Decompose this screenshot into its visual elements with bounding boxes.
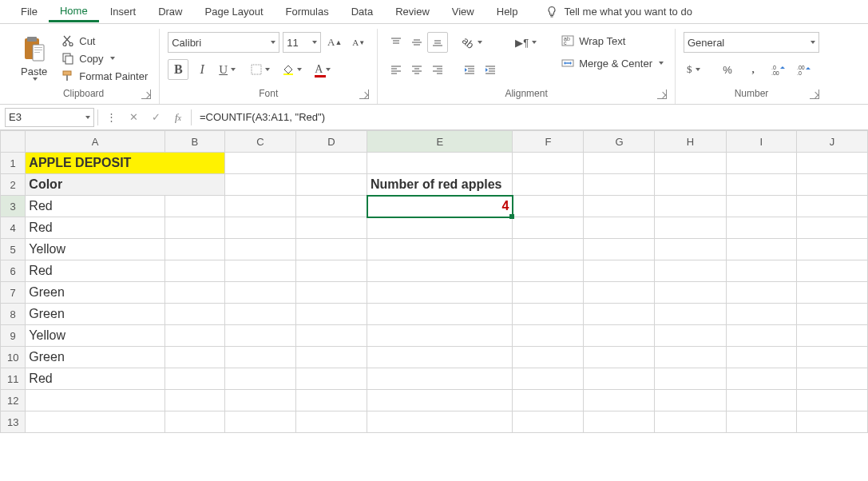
decrease-font-button[interactable]: A▼	[348, 32, 369, 53]
decrease-indent-button[interactable]	[459, 59, 480, 80]
decrease-decimal-button[interactable]: .00.0	[794, 59, 814, 80]
cell[interactable]	[513, 411, 584, 433]
cell[interactable]	[513, 260, 584, 282]
cell[interactable]	[584, 368, 655, 390]
cell[interactable]	[797, 304, 868, 325]
cell[interactable]	[726, 174, 797, 196]
cell[interactable]	[584, 239, 655, 260]
col-header-G[interactable]: G	[584, 131, 655, 153]
col-header-H[interactable]: H	[655, 131, 726, 153]
cell[interactable]	[797, 390, 868, 411]
cell[interactable]	[726, 411, 797, 433]
cell[interactable]	[655, 174, 726, 196]
align-middle-button[interactable]	[406, 32, 427, 53]
cell[interactable]	[224, 304, 295, 325]
cell[interactable]	[224, 260, 295, 282]
cell-A4[interactable]: Red	[26, 217, 164, 239]
tab-view[interactable]: View	[441, 2, 486, 21]
cell[interactable]	[584, 282, 655, 304]
cell[interactable]	[367, 153, 513, 174]
number-format-select[interactable]: General	[684, 32, 819, 53]
col-header-B[interactable]: B	[164, 131, 224, 153]
cell[interactable]	[655, 282, 726, 304]
paste-button[interactable]: Paste	[16, 32, 52, 84]
cell-A10[interactable]: Green	[26, 347, 164, 368]
cell[interactable]	[224, 174, 295, 196]
cell[interactable]	[797, 217, 868, 239]
cell[interactable]	[295, 390, 367, 411]
cell[interactable]	[224, 153, 295, 174]
row-header-13[interactable]: 13	[1, 411, 26, 433]
cell[interactable]	[295, 260, 367, 282]
dialog-launcher-icon[interactable]	[657, 89, 667, 99]
cell[interactable]	[584, 174, 655, 196]
cell[interactable]	[224, 196, 295, 217]
cell[interactable]	[584, 325, 655, 347]
cell[interactable]	[584, 217, 655, 239]
col-header-C[interactable]: C	[224, 131, 295, 153]
formula-cancel-button[interactable]: ✕	[122, 111, 145, 123]
cell[interactable]	[513, 174, 584, 196]
cut-button[interactable]: Cut	[58, 32, 151, 50]
cell-E3[interactable]: 4	[367, 196, 513, 217]
cell[interactable]	[295, 368, 367, 390]
cell[interactable]	[797, 325, 868, 347]
row-header-9[interactable]: 9	[1, 325, 26, 347]
cell-A9[interactable]: Yellow	[26, 325, 164, 347]
cell[interactable]	[513, 368, 584, 390]
cell[interactable]	[513, 239, 584, 260]
cell-A2[interactable]: Color	[26, 174, 225, 196]
formula-input[interactable]: =COUNTIF(A3:A11, "Red")	[193, 111, 868, 123]
cell[interactable]	[797, 411, 868, 433]
cell[interactable]	[726, 260, 797, 282]
cell[interactable]	[655, 390, 726, 411]
cell[interactable]	[584, 347, 655, 368]
tell-me[interactable]: Tell me what you want to do	[545, 6, 692, 18]
name-box[interactable]: E3	[5, 108, 94, 127]
format-painter-button[interactable]: Format Painter	[58, 67, 151, 85]
col-header-D[interactable]: D	[295, 131, 367, 153]
cell[interactable]	[726, 282, 797, 304]
copy-button[interactable]: Copy	[58, 50, 151, 67]
cell[interactable]	[224, 347, 295, 368]
dialog-launcher-icon[interactable]	[810, 89, 819, 99]
row-header-2[interactable]: 2	[1, 174, 26, 196]
cell-A7[interactable]: Green	[26, 282, 164, 304]
align-right-button[interactable]	[427, 59, 448, 80]
cell[interactable]	[655, 239, 726, 260]
cell[interactable]	[295, 347, 367, 368]
tab-help[interactable]: Help	[486, 2, 529, 21]
cell[interactable]	[726, 325, 797, 347]
tab-file[interactable]: File	[10, 2, 49, 21]
borders-button[interactable]	[248, 59, 276, 80]
cell[interactable]	[295, 411, 367, 433]
col-header-F[interactable]: F	[513, 131, 584, 153]
wrap-text-button[interactable]: abc Wrap Text	[558, 32, 667, 50]
tab-formulas[interactable]: Formulas	[275, 2, 340, 21]
cell[interactable]	[26, 390, 164, 411]
cell[interactable]	[164, 368, 224, 390]
increase-indent-button[interactable]	[480, 59, 501, 80]
cell[interactable]	[164, 390, 224, 411]
cell[interactable]	[367, 347, 513, 368]
cell[interactable]	[224, 239, 295, 260]
cell[interactable]	[367, 239, 513, 260]
cell[interactable]	[726, 390, 797, 411]
cell[interactable]	[513, 153, 584, 174]
cell[interactable]	[513, 217, 584, 239]
cell[interactable]	[367, 390, 513, 411]
align-bottom-button[interactable]	[427, 32, 448, 53]
cell[interactable]	[295, 239, 367, 260]
cell[interactable]	[26, 411, 164, 433]
cell[interactable]	[224, 390, 295, 411]
cell[interactable]	[655, 411, 726, 433]
cell[interactable]	[513, 325, 584, 347]
align-top-button[interactable]	[386, 32, 406, 53]
font-name-select[interactable]: Calibri	[168, 32, 279, 53]
cell[interactable]	[655, 347, 726, 368]
cell[interactable]	[295, 282, 367, 304]
cell[interactable]	[655, 153, 726, 174]
cell[interactable]	[726, 304, 797, 325]
accounting-format-button[interactable]: $	[684, 59, 712, 80]
cell[interactable]	[726, 217, 797, 239]
